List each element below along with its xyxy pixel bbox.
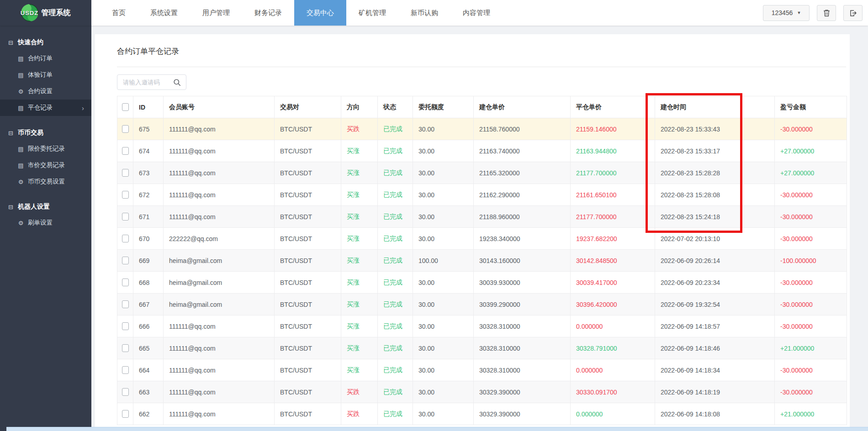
- sidebar-item-限价委托记录[interactable]: ▤限价委托记录›: [0, 141, 91, 157]
- cell-account: 111111@qq.com: [164, 381, 275, 403]
- cell-status: 已完成: [378, 206, 413, 228]
- cell-pnl: -30.000000: [775, 228, 847, 250]
- cell-open-price: 21188.960000: [474, 206, 571, 228]
- content-card: 合约订单平仓记录 ID会员账号交易对方向状态委托额度建仓单价平仓单价建仓时间盈亏…: [95, 34, 850, 431]
- cell-account: 111111@qq.com: [164, 403, 275, 425]
- cell-id: 674: [133, 140, 164, 162]
- globe-logo-icon: USDZ: [21, 4, 38, 21]
- table-row: 670222222@qq.comBTC/USDT买涨已完成30.0019238.…: [117, 228, 847, 250]
- sidebar-item-平仓记录[interactable]: ▤平仓记录›: [0, 100, 91, 116]
- cell-account: heima@gmail.com: [164, 294, 275, 315]
- cell-open-time: 2022-07-02 20:13:10: [655, 228, 775, 250]
- row-checkbox[interactable]: [122, 257, 129, 264]
- cell-id: 662: [133, 403, 164, 425]
- row-checkbox[interactable]: [122, 344, 129, 352]
- column-header-状态: 状态: [378, 96, 413, 118]
- row-checkbox[interactable]: [122, 191, 129, 199]
- row-checkbox[interactable]: [122, 125, 129, 133]
- row-checkbox[interactable]: [122, 366, 129, 374]
- search-icon[interactable]: [173, 78, 181, 87]
- cell-amount: 30.00: [413, 337, 474, 359]
- cell-close-price: 21177.700000: [571, 206, 655, 228]
- cell-direction: 买跌: [341, 118, 378, 140]
- cell-direction: 买涨: [341, 359, 378, 381]
- sidebar-group-0[interactable]: ⊟快速合约: [0, 35, 91, 50]
- sidebar-item-体验订单[interactable]: ▤体验订单›: [0, 67, 91, 83]
- sidebar-group-label: 快速合约: [18, 38, 43, 47]
- sidebar-item-币币交易设置[interactable]: ⚙币币交易设置›: [0, 173, 91, 190]
- cell-close-price: 30330.091700: [571, 381, 655, 403]
- row-checkbox[interactable]: [122, 169, 129, 177]
- nav-item-3[interactable]: 财务记录: [242, 0, 294, 26]
- cell-pair: BTC/USDT: [275, 184, 341, 206]
- nav-item-6[interactable]: 新币认购: [398, 0, 450, 26]
- cell-amount: 100.00: [413, 250, 474, 272]
- cell-open-time: 2022-06-09 20:26:14: [655, 250, 775, 272]
- column-header-平仓单价: 平仓单价: [571, 96, 655, 118]
- cell-open-price: 30328.310000: [474, 315, 571, 337]
- cell-amount: 30.00: [413, 403, 474, 425]
- sidebar-item-合约订单[interactable]: ▤合约订单›: [0, 50, 91, 67]
- cell-pair: BTC/USDT: [275, 228, 341, 250]
- cell-close-price: 19237.682200: [571, 228, 655, 250]
- cell-id: 669: [133, 250, 164, 272]
- nav-item-2[interactable]: 用户管理: [190, 0, 242, 26]
- trash-icon: [822, 9, 831, 17]
- cell-status: 已完成: [378, 315, 413, 337]
- cell-account: 111111@qq.com: [164, 359, 275, 381]
- cell-open-price: 30328.310000: [474, 337, 571, 359]
- list-icon: ▤: [17, 162, 24, 169]
- cell-open-time: 2022-06-09 20:23:34: [655, 272, 775, 294]
- sidebar-group-1[interactable]: ⊟币币交易: [0, 125, 91, 141]
- nav-item-0[interactable]: 首页: [100, 0, 138, 26]
- cell-direction: 买涨: [341, 206, 378, 228]
- row-checkbox[interactable]: [122, 235, 129, 242]
- cell-amount: 30.00: [413, 359, 474, 381]
- row-checkbox[interactable]: [122, 213, 129, 221]
- row-checkbox[interactable]: [122, 388, 129, 396]
- column-header-交易对: 交易对: [275, 96, 341, 118]
- cell-pnl: -100.000000: [775, 250, 847, 272]
- sidebar-item-label: 合约设置: [28, 87, 53, 95]
- brand-text: USDZ: [21, 10, 38, 16]
- row-checkbox[interactable]: [122, 279, 129, 286]
- row-checkbox[interactable]: [122, 410, 129, 418]
- cell-id: 671: [133, 206, 164, 228]
- sidebar-item-市价交易记录[interactable]: ▤市价交易记录›: [0, 157, 91, 173]
- cell-account: heima@gmail.com: [164, 272, 275, 294]
- trash-button[interactable]: [817, 5, 836, 21]
- cell-pnl: -30.000000: [775, 315, 847, 337]
- nav-item-7[interactable]: 内容管理: [450, 0, 503, 26]
- cell-id: 675: [133, 118, 164, 140]
- cell-status: 已完成: [378, 272, 413, 294]
- table-row: 668heima@gmail.comBTC/USDT买涨已完成30.003003…: [117, 272, 847, 294]
- sidebar-group-2[interactable]: ⊟机器人设置: [0, 199, 91, 215]
- cell-open-time: 2022-08-23 15:33:17: [655, 140, 775, 162]
- sidebar-item-刷单设置[interactable]: ⚙刷单设置›: [0, 215, 91, 231]
- row-checkbox[interactable]: [122, 322, 129, 330]
- cell-id: 665: [133, 337, 164, 359]
- nav-item-5[interactable]: 矿机管理: [346, 0, 398, 26]
- column-header-方向: 方向: [341, 96, 378, 118]
- column-header-建仓单价: 建仓单价: [474, 96, 571, 118]
- logout-button[interactable]: [843, 5, 863, 21]
- sidebar-item-合约设置[interactable]: ⚙合约设置›: [0, 83, 91, 100]
- cell-direction: 买涨: [341, 294, 378, 315]
- nav-item-4[interactable]: 交易中心: [294, 0, 346, 26]
- horizontal-scrollbar[interactable]: [6, 427, 868, 431]
- table-row: 662111111@qq.comBTC/USDT买跌已完成30.0030329.…: [117, 403, 847, 425]
- cell-pair: BTC/USDT: [275, 272, 341, 294]
- cell-open-time: 2022-06-09 19:32:54: [655, 294, 775, 315]
- table-row: 667heima@gmail.comBTC/USDT买涨已完成30.003039…: [117, 294, 847, 315]
- nav-item-1[interactable]: 系统设置: [138, 0, 190, 26]
- select-all-checkbox[interactable]: [122, 103, 129, 111]
- cell-open-price: 21165.320000: [474, 162, 571, 184]
- row-checkbox[interactable]: [122, 147, 129, 155]
- account-dropdown[interactable]: 123456 ▼: [763, 5, 810, 21]
- sidebar-item-label: 刷单设置: [28, 219, 53, 227]
- table-row: 663111111@qq.comBTC/USDT买跌已完成30.0030329.…: [117, 381, 847, 403]
- cell-close-price: 21177.700000: [571, 162, 655, 184]
- chevron-right-icon: ›: [82, 104, 84, 112]
- table-header-row: ID会员账号交易对方向状态委托额度建仓单价平仓单价建仓时间盈亏金额: [117, 96, 847, 118]
- row-checkbox[interactable]: [122, 300, 129, 308]
